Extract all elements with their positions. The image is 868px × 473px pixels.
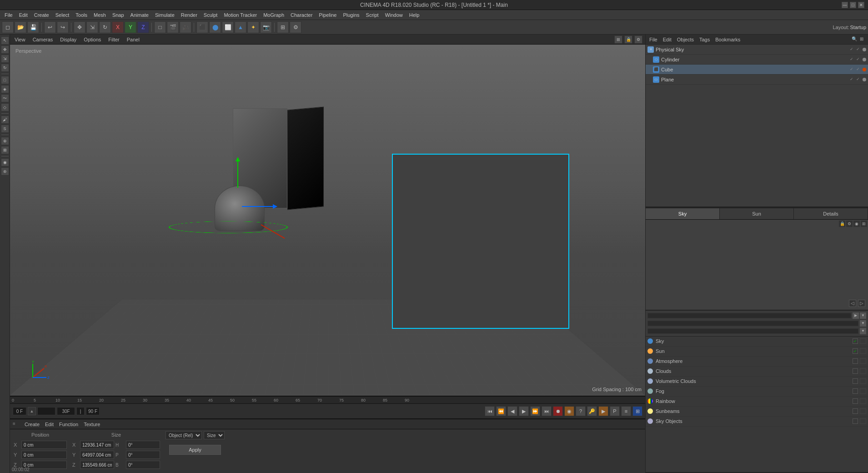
sky-prop-rainbow-extra[interactable] — [860, 398, 866, 404]
sidebar-select[interactable]: ↖ — [1, 36, 9, 45]
menu-script[interactable]: Script — [363, 11, 381, 19]
play-prev-btn[interactable]: ⏪ — [496, 406, 506, 416]
obj-row-cylinder[interactable]: ⬭ Cylinder ✓ ✓ — [646, 55, 868, 65]
sidebar-scale[interactable]: ⇲ — [1, 55, 9, 63]
toolbar-y[interactable]: Y — [125, 21, 136, 33]
mat-menu-function[interactable]: Function — [59, 422, 78, 427]
play-next-btn[interactable]: ⏩ — [530, 406, 540, 416]
sky-prop-rainbow-check[interactable] — [853, 398, 858, 404]
toolbar-light[interactable]: ✦ — [247, 21, 259, 33]
toolbar-cube[interactable]: ⬛ — [196, 21, 208, 33]
check2[interactable]: ✓ — [856, 47, 862, 52]
obj-menu-tags[interactable]: Tags — [697, 36, 712, 43]
slider2-expand[interactable]: ▼ — [860, 320, 866, 327]
menu-motion-tracker[interactable]: Motion Tracker — [221, 11, 260, 19]
z-size-input[interactable] — [80, 461, 114, 469]
obj-row-physical-sky[interactable]: ☀ Physical Sky ✓ ✓ — [646, 45, 868, 55]
vp-options-menu[interactable]: Options — [82, 36, 103, 43]
preview-left-btn[interactable]: ◁ — [849, 300, 856, 307]
obj-menu-file[interactable]: File — [647, 36, 659, 43]
toolbar-cylinder[interactable]: ⬜ — [222, 21, 234, 33]
toolbar-render[interactable]: 🎥 — [180, 21, 191, 33]
menu-mesh[interactable]: Mesh — [91, 11, 109, 19]
menu-mograph[interactable]: MoGraph — [261, 11, 287, 19]
preview-up-btn[interactable]: ▷ — [858, 300, 865, 307]
size-dropdown[interactable]: Size — [204, 431, 225, 439]
frame-slider[interactable] — [37, 407, 55, 415]
sky-prop-atmo-extra[interactable] — [860, 358, 866, 364]
y-pos-input[interactable] — [21, 451, 67, 459]
toolbar-options[interactable]: ⚙ — [290, 21, 301, 33]
obj-menu-bookmarks[interactable]: Bookmarks — [713, 36, 742, 43]
mat-menu-create[interactable]: Create — [25, 422, 40, 427]
cu-check2[interactable]: ✓ — [856, 67, 862, 72]
object-rel-dropdown[interactable]: Object (Rel) — [166, 431, 202, 439]
preview-icon4[interactable]: ⊞ — [861, 221, 867, 227]
menu-create[interactable]: Create — [31, 11, 52, 19]
mat-menu-edit[interactable]: Edit — [45, 422, 54, 427]
apply-button[interactable]: Apply — [169, 445, 221, 455]
sky-prop-sun-check[interactable]: ✓ — [853, 348, 858, 354]
p-check2[interactable]: ✓ — [856, 77, 862, 82]
tab-sky[interactable]: Sky — [646, 208, 720, 219]
vp-cameras-menu[interactable]: Cameras — [31, 36, 55, 43]
filter-icon[interactable]: ⊞ — [860, 36, 866, 43]
vp-btn1[interactable]: ⊞ — [614, 35, 622, 44]
preview-icon2[interactable]: ⚙ — [846, 221, 853, 227]
x-size-input[interactable] — [80, 441, 114, 449]
menu-edit[interactable]: Edit — [16, 11, 30, 19]
sidebar-poly[interactable]: ◈ — [1, 85, 9, 93]
layer-btn[interactable]: ≡ — [621, 406, 631, 416]
record-btn[interactable]: ⏺ — [553, 406, 563, 416]
slider1-expand[interactable]: ▶ — [853, 312, 859, 319]
sky-prop-clouds-check[interactable] — [853, 368, 858, 374]
menu-file[interactable]: File — [2, 11, 15, 19]
obj-menu-objects[interactable]: Objects — [675, 36, 696, 43]
pose-btn[interactable]: P — [610, 406, 620, 416]
toolbar-open[interactable]: 📂 — [15, 21, 26, 33]
obj-row-plane[interactable]: ▭ Plane ✓ ✓ — [646, 75, 868, 85]
sky-prop-skyobj-check[interactable] — [853, 418, 858, 424]
tab-sun[interactable]: Sun — [720, 208, 794, 219]
menu-render[interactable]: Render — [178, 11, 200, 19]
sidebar-extra2[interactable]: ⊛ — [1, 167, 9, 176]
sky-prop-volclouds-check[interactable] — [853, 378, 858, 384]
vp-btn2[interactable]: 🔒 — [624, 35, 632, 44]
cu-check1[interactable]: ✓ — [850, 67, 855, 72]
sky-prop-fog-check[interactable] — [853, 388, 858, 394]
autokey-btn[interactable]: ◉ — [564, 406, 574, 416]
slider1-opts[interactable]: ▼ — [860, 312, 866, 319]
play-end-btn[interactable]: ⏭ — [542, 406, 552, 416]
toolbar-film[interactable]: 🎬 — [167, 21, 179, 33]
sidebar-magnet[interactable]: ⊕ — [1, 137, 9, 145]
sky-prop-skyobj-extra[interactable] — [860, 418, 866, 424]
c-check2[interactable]: ✓ — [856, 57, 862, 62]
sidebar-move[interactable]: ✥ — [1, 45, 9, 54]
toolbar-rotate[interactable]: ↻ — [99, 21, 111, 33]
toolbar-camera[interactable]: 📷 — [260, 21, 272, 33]
sky-prop-atmo-check[interactable] — [853, 358, 858, 364]
menu-character[interactable]: Character — [288, 11, 315, 19]
sidebar-extra1[interactable]: ◉ — [1, 158, 9, 166]
viewport-canvas[interactable]: Perspective X Y Z Grid Spacing : 100 cm — [10, 45, 645, 396]
play-start-btn[interactable]: ⏮ — [485, 406, 495, 416]
vp-display-menu[interactable]: Display — [58, 36, 78, 43]
z-size-b-input[interactable] — [126, 461, 160, 469]
p-check1[interactable]: ✓ — [850, 77, 855, 82]
sky-prop-clouds-extra[interactable] — [860, 368, 866, 374]
sidebar-brush[interactable]: 🖌 — [1, 116, 9, 124]
x-size-h-input[interactable] — [126, 441, 160, 449]
check1[interactable]: ✓ — [850, 47, 855, 52]
sky-prop-fog-extra[interactable] — [860, 388, 866, 394]
preview-icon3[interactable]: ◉ — [853, 221, 860, 227]
sky-prop-sunbeams-check[interactable] — [853, 408, 858, 414]
toolbar-grid[interactable]: ⊞ — [277, 21, 289, 33]
sidebar-deform[interactable]: ◇ — [1, 103, 9, 111]
close-button[interactable]: ✕ — [858, 2, 864, 8]
sidebar-texture[interactable]: ⊠ — [1, 146, 9, 154]
toolbar-box[interactable]: □ — [154, 21, 166, 33]
menu-snap[interactable]: Snap — [110, 11, 127, 19]
maximize-button[interactable]: □ — [850, 2, 856, 8]
slider1[interactable] — [647, 313, 851, 318]
slider3-expand[interactable]: ▼ — [860, 328, 866, 334]
